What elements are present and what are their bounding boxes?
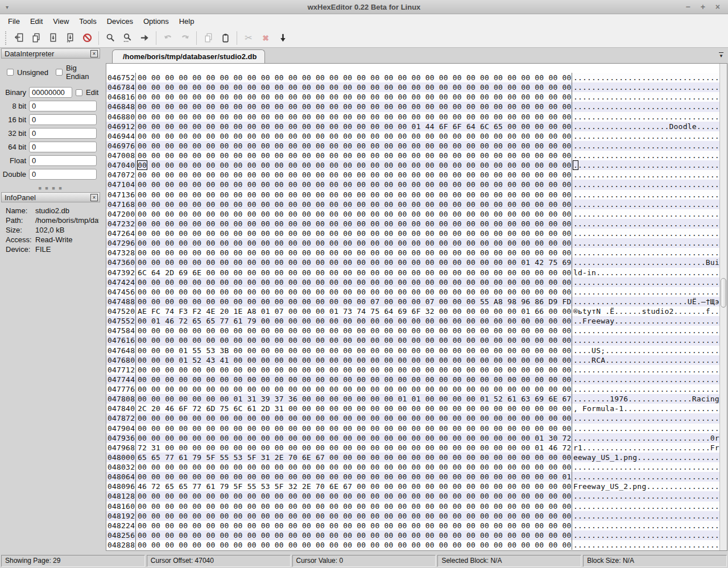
cursor-char[interactable]: .	[573, 161, 578, 169]
row-ascii[interactable]: ................................	[572, 521, 719, 530]
row-ascii[interactable]: ................................	[572, 73, 719, 82]
row-ascii[interactable]: ................................	[572, 424, 719, 433]
row-ascii[interactable]: ..Freeway.......................	[572, 316, 719, 326]
menu-item-devices[interactable]: Devices	[102, 14, 138, 28]
row-ascii[interactable]: ..............................0r	[572, 433, 719, 443]
row-hex-bytes[interactable]: 00 00 00 00 00 00 00 00 00 00 00 00 00 0…	[136, 287, 572, 297]
row-hex-bytes[interactable]: 72 31 00 00 00 00 00 00 00 00 00 00 00 0…	[136, 443, 572, 453]
row-ascii[interactable]: r1............................Fr	[572, 443, 719, 453]
vertical-scrollbar[interactable]	[719, 64, 727, 550]
row-hex-bytes[interactable]: 00 00 00 00 00 00 00 00 00 00 00 00 00 0…	[136, 122, 572, 131]
menu-item-help[interactable]: Help	[174, 14, 200, 28]
menu-item-edit[interactable]: Edit	[25, 14, 48, 28]
row-ascii[interactable]: ....US;.........................	[572, 346, 719, 355]
row-ascii[interactable]: ................................	[572, 131, 719, 141]
row-hex-bytes[interactable]: 00 00 00 00 00 00 00 00 00 00 00 00 00 0…	[136, 521, 572, 530]
search-icon[interactable]	[102, 30, 119, 46]
row-ascii[interactable]: .........................UЁ.—†Щэ	[572, 297, 719, 306]
row-ascii[interactable]: ................................	[572, 335, 719, 345]
undo-icon[interactable]	[159, 30, 176, 46]
row-hex-bytes[interactable]: 00 00 00 00 00 00 00 00 00 00 00 00 00 0…	[136, 102, 572, 111]
row-hex-bytes[interactable]: 00 00 00 00 00 00 00 00 00 00 00 00 00 0…	[136, 277, 572, 287]
row-hex-bytes[interactable]: 00 00 00 00 00 00 00 00 00 00 00 00 00 0…	[136, 209, 572, 219]
row-ascii[interactable]: ................................	[572, 472, 719, 482]
row-ascii[interactable]: , Formula-1.....................	[572, 404, 719, 413]
save-as-file-icon[interactable]	[61, 30, 78, 46]
row-ascii[interactable]: ................................	[572, 501, 719, 511]
menu-item-tools[interactable]: Tools	[74, 14, 101, 28]
row-ascii[interactable]: ®ьtутN .Ё......studio2.......f..	[572, 306, 719, 316]
row-ascii[interactable]: ................................	[572, 530, 719, 540]
row-hex-bytes[interactable]: 00 00 00 00 00 00 00 00 00 00 00 00 00 0…	[136, 511, 572, 521]
binary-value[interactable]: 00000000	[29, 87, 72, 98]
window-menu-icon[interactable]: ▾	[6, 4, 9, 10]
row-ascii[interactable]: ................................	[572, 92, 719, 102]
menu-item-options[interactable]: Options	[138, 14, 174, 28]
row-ascii[interactable]: ................................	[572, 209, 719, 219]
redo-icon[interactable]	[176, 30, 193, 46]
tab-list-dropdown-icon[interactable]: ▼	[719, 52, 723, 59]
hex-grid[interactable]: 04675200 00 00 00 00 00 00 00 00 00 00 0…	[106, 73, 719, 550]
row-ascii[interactable]: ................................	[572, 160, 719, 170]
row-hex-bytes[interactable]: AE FC 74 F3 F2 4E 20 1E A8 01 07 00 00 0…	[136, 306, 572, 316]
row-ascii[interactable]: ................................	[572, 277, 719, 287]
row-hex-bytes[interactable]: 6C 64 2D 69 6E 00 00 00 00 00 00 00 00 0…	[136, 268, 572, 277]
row-ascii[interactable]: .............................Bui	[572, 258, 719, 267]
row-ascii[interactable]: ................................	[572, 326, 719, 335]
row-ascii[interactable]: ................................	[572, 511, 719, 521]
row-hex-bytes[interactable]: 00 00 00 00 00 00 00 00 00 00 00 00 00 0…	[136, 112, 572, 122]
row-hex-bytes[interactable]: 00 01 46 72 65 65 77 61 79 00 00 00 00 0…	[136, 316, 572, 326]
row-ascii[interactable]: .....................Doodle.....	[572, 122, 719, 131]
row-ascii[interactable]: ................................	[572, 375, 719, 384]
row-hex-bytes[interactable]: 00 00 00 00 00 00 00 00 00 00 00 00 00 0…	[136, 375, 572, 384]
row-hex-bytes[interactable]: 00 00 00 00 00 00 00 00 00 00 00 00 00 0…	[136, 424, 572, 433]
maximize-button[interactable]: +	[701, 2, 705, 11]
unsigned-checkbox[interactable]	[7, 69, 14, 76]
toolbar-grip[interactable]	[5, 31, 7, 45]
row-ascii[interactable]: ................................	[572, 219, 719, 229]
row-hex-bytes[interactable]: 00 00 00 00 00 00 00 00 00 00 00 00 00 0…	[136, 335, 572, 345]
8-bit-value[interactable]: 0	[29, 101, 97, 111]
row-hex-bytes[interactable]: 00 00 00 00 00 00 00 00 00 00 00 00 00 0…	[136, 384, 572, 394]
close-panel-icon[interactable]: ×	[90, 194, 98, 201]
row-ascii[interactable]: ................................	[572, 82, 719, 92]
row-hex-bytes[interactable]: 00 00 00 01 52 43 41 00 00 00 00 00 00 0…	[136, 355, 572, 365]
row-hex-bytes[interactable]: 00 00 00 00 00 00 00 00 00 00 00 00 00 0…	[136, 413, 572, 423]
row-ascii[interactable]: ................................	[572, 112, 719, 122]
down-arrow-icon[interactable]	[274, 30, 291, 46]
row-ascii[interactable]: eeway_US_1.png..................	[572, 453, 719, 462]
row-ascii[interactable]: ................................	[572, 151, 719, 160]
scrollbar-thumb[interactable]	[721, 278, 726, 308]
row-hex-bytes[interactable]: 00 00 00 01 55 53 3B 00 00 00 00 00 00 0…	[136, 346, 572, 355]
row-ascii[interactable]: ................................	[572, 200, 719, 209]
32-bit-value[interactable]: 0	[29, 128, 97, 139]
row-ascii[interactable]: ................................	[572, 287, 719, 297]
row-hex-bytes[interactable]: 00 00 00 00 00 00 00 00 00 00 00 00 00 0…	[136, 82, 572, 92]
row-hex-bytes[interactable]: 00 00 00 00 00 00 00 00 00 00 00 00 00 0…	[136, 92, 572, 102]
row-hex-bytes[interactable]: 65 65 77 61 79 5F 55 53 5F 31 2E 70 6E 6…	[136, 453, 572, 462]
close-button[interactable]: ×	[715, 2, 720, 11]
16-bit-value[interactable]: 0	[29, 114, 97, 125]
close-panel-icon[interactable]: ×	[90, 50, 98, 57]
row-ascii[interactable]: ld-in...........................	[572, 268, 719, 277]
row-ascii[interactable]: ................................	[572, 491, 719, 501]
row-hex-bytes[interactable]: 00 00 00 00 00 00 00 00 00 00 00 00 00 0…	[136, 530, 572, 540]
delete-icon[interactable]: ✖	[257, 30, 274, 46]
row-ascii[interactable]: ....RCA.........................	[572, 355, 719, 365]
duplicate-file-icon[interactable]	[27, 30, 44, 46]
row-hex-bytes[interactable]: 00 00 00 00 00 00 00 00 00 00 00 00 00 0…	[136, 170, 572, 180]
open-file-icon[interactable]	[10, 30, 27, 46]
row-ascii[interactable]: ................................	[572, 238, 719, 248]
minimize-button[interactable]: −	[685, 2, 690, 11]
row-hex-bytes[interactable]: 00 00 00 00 00 00 00 00 00 00 00 00 00 0…	[136, 141, 572, 151]
row-hex-bytes[interactable]: 00 00 00 00 00 00 00 00 00 00 00 00 00 0…	[136, 160, 572, 170]
save-file-icon[interactable]	[44, 30, 61, 46]
row-hex-bytes[interactable]: 00 00 00 00 00 00 00 00 00 00 00 00 00 0…	[136, 131, 572, 141]
row-hex-bytes[interactable]: 00 00 00 00 00 00 00 00 00 00 00 00 00 0…	[136, 472, 572, 482]
paste-icon[interactable]	[217, 30, 234, 46]
row-ascii[interactable]: Freeway_US_2.png................	[572, 482, 719, 491]
row-ascii[interactable]: ................................	[572, 413, 719, 423]
row-hex-bytes[interactable]: 00 00 00 00 00 00 00 00 00 00 00 00 00 0…	[136, 73, 572, 82]
cut-icon[interactable]: ✂	[240, 30, 257, 46]
row-hex-bytes[interactable]: 00 00 00 00 00 00 00 00 00 00 00 00 00 0…	[136, 229, 572, 238]
